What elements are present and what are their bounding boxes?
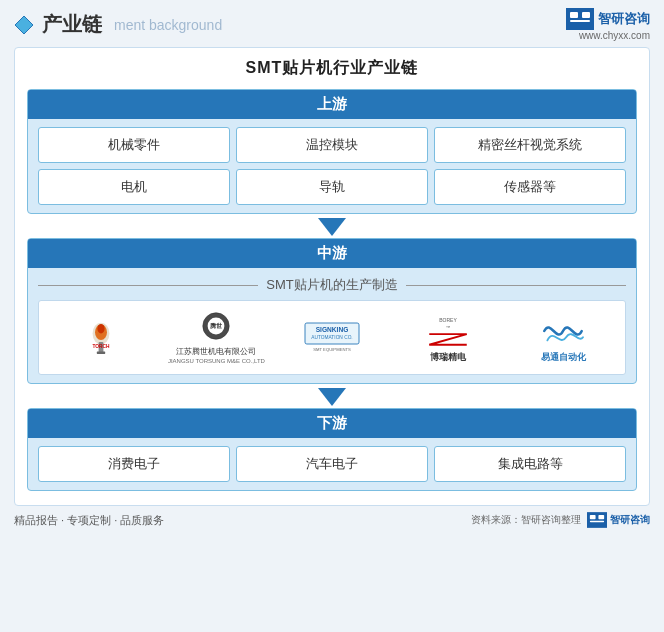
footer: 精品报告 · 专项定制 · 品质服务 资料来源：智研咨询整理 智研咨询 xyxy=(14,512,650,528)
footer-source: 资料来源：智研咨询整理 xyxy=(471,513,581,527)
upstream-item-2: 精密丝杆视觉系统 xyxy=(434,127,626,163)
svg-text:AUTOMATION CO.: AUTOMATION CO. xyxy=(311,335,352,340)
company-borey: BOREY ™ 博瑞精电 xyxy=(394,311,502,364)
svg-rect-21 xyxy=(590,515,596,519)
midstream-header: 中游 xyxy=(28,239,636,268)
svg-text:SIGNKING: SIGNKING xyxy=(316,326,349,333)
downstream-body: 消费电子 汽车电子 集成电路等 xyxy=(28,438,636,490)
mid-to-downstream-arrow xyxy=(27,388,637,406)
svg-rect-4 xyxy=(570,20,590,22)
midstream-body: SMT贴片机的生产制造 xyxy=(28,268,636,383)
svg-rect-3 xyxy=(582,12,590,18)
header: 产业链 ment background 智研咨询 www.chyxx.com xyxy=(14,8,650,41)
diamond-icon xyxy=(14,15,34,35)
down-arrow-icon-2 xyxy=(318,388,346,406)
upstream-item-1: 温控模块 xyxy=(236,127,428,163)
company-jiangsu: 腾世 江苏腾世机电有限公司 JIANGSU TORSUNG M&E CO.,LT… xyxy=(163,311,271,363)
upstream-item-4: 导轨 xyxy=(236,169,428,205)
borey-name: 博瑞精电 xyxy=(430,351,466,364)
svg-text:BOREY: BOREY xyxy=(439,317,457,323)
midstream-section: 中游 SMT贴片机的生产制造 xyxy=(27,238,637,384)
upstream-item-5: 传感器等 xyxy=(434,169,626,205)
upstream-item-0: 机械零件 xyxy=(38,127,230,163)
header-logo-text: 智研咨询 xyxy=(598,10,650,28)
upstream-item-3: 电机 xyxy=(38,169,230,205)
header-logo-url: www.chyxx.com xyxy=(579,30,650,41)
svg-rect-22 xyxy=(598,515,604,519)
svg-text:™: ™ xyxy=(445,325,449,330)
page-title: 产业链 xyxy=(42,11,102,38)
svg-text:TORCH: TORCH xyxy=(92,343,110,348)
signking-logo-icon: SIGNKING AUTOMATION CO. SMT EQUIPMENTS xyxy=(302,320,362,356)
footer-logo: 智研咨询 xyxy=(587,512,650,528)
svg-rect-20 xyxy=(587,512,607,528)
company-torch: TORCH xyxy=(47,318,155,358)
logos-row: TORCH 腾世 xyxy=(38,300,626,375)
upstream-section: 上游 机械零件 温控模块 精密丝杆视觉系统 电机 导轨 传感器等 xyxy=(27,89,637,214)
torch-logo-icon: TORCH xyxy=(83,318,119,358)
header-left: 产业链 ment background xyxy=(14,11,222,38)
company-yitong: 易通自动化 xyxy=(509,311,617,364)
jiangsu-name-cn: 江苏腾世机电有限公司 xyxy=(176,347,256,357)
header-logo-icon xyxy=(566,8,594,30)
upstream-header: 上游 xyxy=(28,90,636,119)
mid-subtitle: SMT贴片机的生产制造 xyxy=(38,276,626,294)
header-logo-area: 智研咨询 www.chyxx.com xyxy=(566,8,650,41)
svg-text:腾世: 腾世 xyxy=(209,323,223,330)
svg-point-7 xyxy=(97,323,104,333)
page-wrapper: 智研咨询 智研咨询 智研咨询 智研咨询 产业链 ment background xyxy=(0,0,664,632)
header-subtitle: ment background xyxy=(114,17,222,33)
footer-logo-text: 智研咨询 xyxy=(610,513,650,527)
company-signking: SIGNKING AUTOMATION CO. SMT EQUIPMENTS xyxy=(278,320,386,356)
header-logo-box: 智研咨询 xyxy=(566,8,650,30)
downstream-item-2: 集成电路等 xyxy=(434,446,626,482)
downstream-item-0: 消费电子 xyxy=(38,446,230,482)
footer-left-text: 精品报告 · 专项定制 · 品质服务 xyxy=(14,513,164,528)
svg-text:SMT EQUIPMENTS: SMT EQUIPMENTS xyxy=(313,347,351,352)
footer-slogan: 精品报告 · 专项定制 · 品质服务 xyxy=(14,514,164,526)
svg-rect-1 xyxy=(566,8,594,30)
upstream-grid: 机械零件 温控模块 精密丝杆视觉系统 电机 导轨 传感器等 xyxy=(38,127,626,205)
svg-marker-0 xyxy=(15,16,33,34)
downstream-section: 下游 消费电子 汽车电子 集成电路等 xyxy=(27,408,637,491)
upstream-body: 机械零件 温控模块 精密丝杆视觉系统 电机 导轨 传感器等 xyxy=(28,119,636,213)
jiangsu-name-en: JIANGSU TORSUNG M&E CO.,LTD xyxy=(168,358,265,364)
svg-rect-9 xyxy=(97,351,105,353)
upstream-to-mid-arrow xyxy=(27,218,637,236)
borey-logo-icon: BOREY ™ xyxy=(423,311,473,351)
yitong-name: 易通自动化 xyxy=(541,351,586,364)
main-content: 产业链 ment background 智研咨询 www.chyxx.com xyxy=(0,0,664,536)
svg-rect-2 xyxy=(570,12,578,18)
main-card: SMT贴片机行业产业链 上游 机械零件 温控模块 精密丝杆视觉系统 电机 导轨 … xyxy=(14,47,650,506)
footer-right: 资料来源：智研咨询整理 智研咨询 xyxy=(471,512,650,528)
downstream-item-1: 汽车电子 xyxy=(236,446,428,482)
downstream-grid: 消费电子 汽车电子 集成电路等 xyxy=(38,446,626,482)
svg-rect-23 xyxy=(590,521,604,522)
down-arrow-icon xyxy=(318,218,346,236)
downstream-header: 下游 xyxy=(28,409,636,438)
jiangsu-logo-icon: 腾世 xyxy=(192,311,240,347)
yitong-logo-icon xyxy=(538,311,588,351)
card-main-title: SMT贴片机行业产业链 xyxy=(27,58,637,79)
footer-logo-icon xyxy=(587,512,607,528)
